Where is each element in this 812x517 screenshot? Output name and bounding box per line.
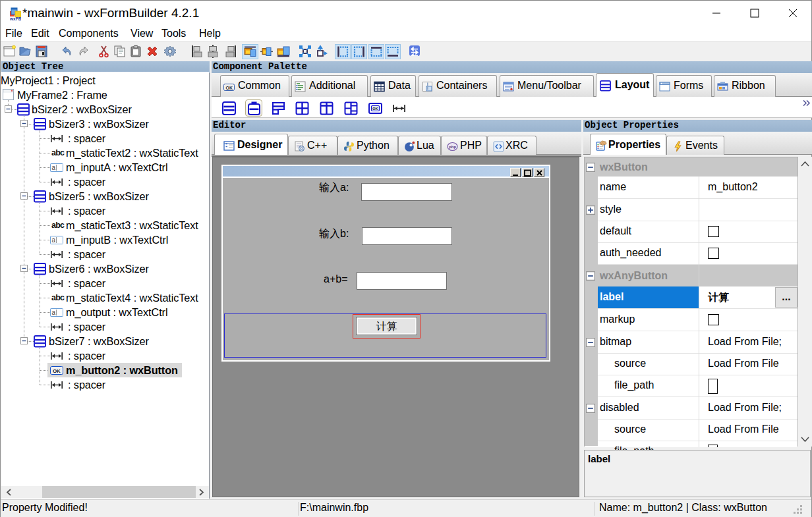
svg-text:OK: OK <box>372 107 378 111</box>
svg-text:OK: OK <box>226 86 233 90</box>
svg-text:wxFB: wxFB <box>10 16 21 21</box>
svg-text:php: php <box>449 145 456 149</box>
